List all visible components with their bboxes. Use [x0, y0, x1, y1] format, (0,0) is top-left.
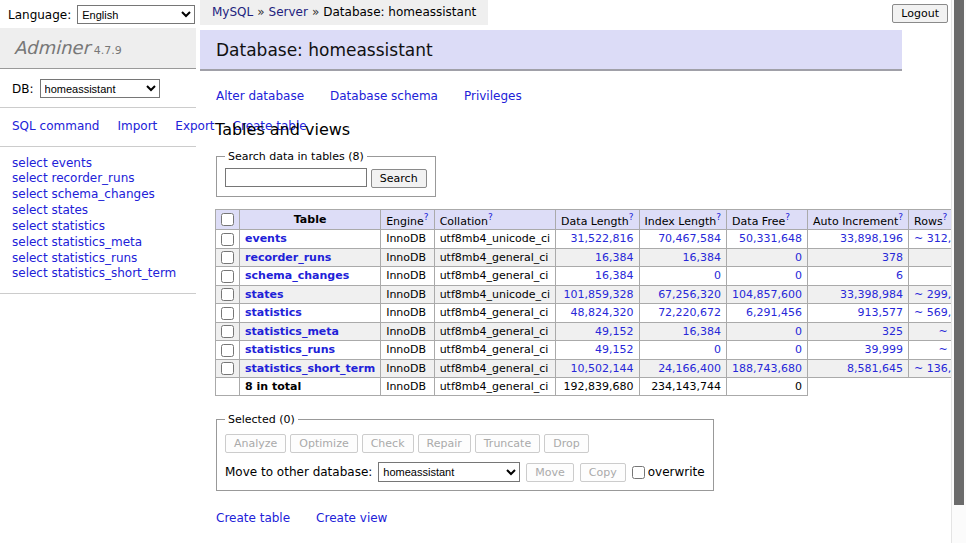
data-length-cell: 31,522,816 — [556, 230, 639, 249]
auto-increment-cell: 39,999 — [808, 341, 909, 360]
data-free-cell: 104,857,600 — [727, 285, 808, 304]
help-icon[interactable]: ? — [629, 212, 634, 222]
overwrite-label: overwrite — [648, 465, 705, 479]
truncate-button[interactable]: Truncate — [475, 434, 540, 453]
selected-buttons: AnalyzeOptimizeCheckRepairTruncateDrop — [225, 434, 705, 453]
sidebar-item-select-states[interactable]: select states — [12, 203, 184, 219]
drop-button[interactable]: Drop — [544, 434, 588, 453]
table-link[interactable]: recorder_runs — [245, 251, 331, 264]
data-length-cell: 49,152 — [556, 322, 639, 341]
collation-cell: utf8mb4_unicode_ci — [434, 230, 555, 249]
column-header-table: Table — [240, 209, 381, 230]
engine-cell: InnoDB — [381, 230, 434, 249]
engine-cell: InnoDB — [381, 285, 434, 304]
create-links: Create tableCreate view — [216, 511, 937, 525]
index-length-cell: 0 — [639, 267, 727, 286]
table-link[interactable]: statistics_meta — [245, 325, 339, 338]
search-button[interactable]: Search — [371, 169, 427, 188]
app-version: 4.7.9 — [94, 44, 122, 57]
create-view-link[interactable]: Create view — [316, 511, 387, 525]
table-link[interactable]: statistics_runs — [245, 343, 335, 356]
help-icon[interactable]: ? — [943, 212, 948, 222]
overwrite-option: overwrite — [632, 465, 705, 479]
tables-list-body: eventsInnoDButf8mb4_unicode_ci31,522,816… — [216, 230, 966, 378]
row-checkbox[interactable] — [221, 362, 234, 375]
row-checkbox[interactable] — [221, 344, 234, 357]
collation-cell: utf8mb4_unicode_ci — [434, 285, 555, 304]
tables-list-header: TableEngine?Collation?Data Length?Index … — [216, 209, 966, 230]
index-length-cell: 0 — [639, 341, 727, 360]
collation-cell: utf8mb4_general_ci — [434, 341, 555, 360]
create-table-link[interactable]: Create table — [216, 511, 290, 525]
copy-button[interactable]: Copy — [580, 463, 626, 482]
analyze-button[interactable]: Analyze — [225, 434, 286, 453]
data-free-cell: 0 — [727, 322, 808, 341]
help-icon[interactable]: ? — [424, 212, 429, 222]
row-checkbox[interactable] — [221, 288, 234, 301]
sidebar: Adminer4.7.9 DB: homeassistant SQL comma… — [0, 28, 196, 294]
row-checkbox[interactable] — [221, 251, 234, 264]
table-link[interactable]: states — [245, 288, 284, 301]
alter-database-link[interactable]: Alter database — [216, 89, 304, 103]
table-link[interactable]: events — [245, 232, 287, 245]
scrollbar[interactable] — [951, 0, 966, 543]
tables-list: TableEngine?Collation?Data Length?Index … — [215, 209, 966, 397]
app-name: Adminer — [14, 37, 90, 58]
sidebar-item-select-statistics[interactable]: select statistics — [12, 219, 184, 235]
database-actions: Alter databaseDatabase schemaPrivileges — [216, 89, 937, 103]
total-checkbox-cell — [216, 378, 240, 396]
repair-button[interactable]: Repair — [418, 434, 471, 453]
sidebar-item-select-schema-changes[interactable]: select schema_changes — [12, 187, 184, 203]
overwrite-checkbox[interactable] — [632, 466, 645, 479]
data-free-cell: 0 — [727, 248, 808, 267]
row-checkbox[interactable] — [221, 325, 234, 338]
db-label: DB: — [12, 82, 34, 96]
sidebar-item-select-recorder-runs[interactable]: select recorder_runs — [12, 171, 184, 187]
table-link[interactable]: statistics — [245, 306, 302, 319]
move-database-label: Move to other database: — [225, 465, 372, 479]
column-header-data-length[interactable]: Data Length? — [556, 209, 639, 230]
column-header-data-free[interactable]: Data Free? — [727, 209, 808, 230]
help-icon[interactable]: ? — [898, 212, 903, 222]
move-database-select[interactable]: homeassistant — [378, 462, 520, 482]
sidebar-item-sql-command[interactable]: SQL command — [12, 119, 99, 133]
help-icon[interactable]: ? — [488, 212, 493, 222]
sidebar-item-select-events[interactable]: select events — [12, 156, 184, 172]
sidebar-item-select-statistics-runs[interactable]: select statistics_runs — [12, 251, 184, 267]
index-length-cell: 16,384 — [639, 248, 727, 267]
table-row: statisticsInnoDButf8mb4_general_ci48,824… — [216, 304, 966, 323]
table-link[interactable]: schema_changes — [245, 269, 349, 282]
check-button[interactable]: Check — [362, 434, 414, 453]
help-icon[interactable]: ? — [716, 212, 721, 222]
row-checkbox[interactable] — [221, 233, 234, 246]
main-content: Database: homeassistant Alter databaseDa… — [200, 0, 951, 543]
language-select[interactable]: English — [77, 5, 195, 24]
total-label: 8 in total — [240, 378, 381, 396]
table-link[interactable]: statistics_short_term — [245, 362, 375, 375]
select-all-checkbox[interactable] — [221, 213, 234, 226]
scrollbar-thumb[interactable] — [954, 0, 964, 505]
engine-cell: InnoDB — [381, 322, 434, 341]
row-checkbox[interactable] — [221, 270, 234, 283]
column-header-index-length[interactable]: Index Length? — [639, 209, 727, 230]
column-header-collation[interactable]: Collation? — [434, 209, 555, 230]
privileges-link[interactable]: Privileges — [464, 89, 522, 103]
auto-increment-cell: 8,581,645 — [808, 359, 909, 378]
sidebar-table-links: select events select recorder_runs selec… — [0, 147, 196, 295]
auto-increment-cell: 325 — [808, 322, 909, 341]
optimize-button[interactable]: Optimize — [290, 434, 357, 453]
row-checkbox[interactable] — [221, 307, 234, 320]
sidebar-item-select-statistics-meta[interactable]: select statistics_meta — [12, 235, 184, 251]
help-icon[interactable]: ? — [785, 212, 790, 222]
index-length-cell: 16,384 — [639, 322, 727, 341]
database-schema-link[interactable]: Database schema — [330, 89, 438, 103]
db-select[interactable]: homeassistant — [40, 79, 160, 98]
table-row: statesInnoDButf8mb4_unicode_ci101,859,32… — [216, 285, 966, 304]
sidebar-item-import[interactable]: Import — [117, 119, 157, 133]
move-button[interactable]: Move — [526, 463, 574, 482]
data-length-cell: 49,152 — [556, 341, 639, 360]
column-header-auto-increment[interactable]: Auto Increment? — [808, 209, 909, 230]
column-header-engine[interactable]: Engine? — [381, 209, 434, 230]
search-input[interactable] — [225, 168, 367, 187]
sidebar-item-select-statistics-short-term[interactable]: select statistics_short_term — [12, 266, 184, 282]
